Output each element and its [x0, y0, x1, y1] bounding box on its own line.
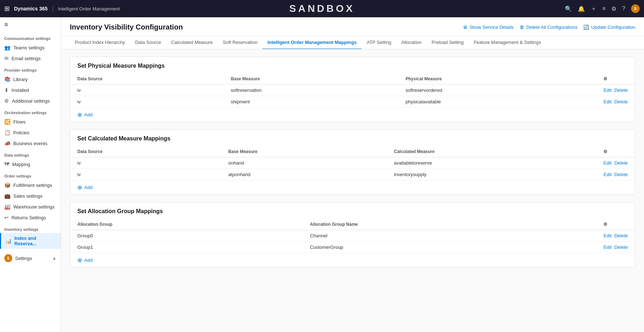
delete-row-button[interactable]: Delete [614, 88, 628, 93]
brand-name: Dynamics 365 [14, 6, 47, 12]
sidebar-label-mapping: Mapping [12, 162, 30, 167]
grid-icon[interactable]: ⊞ [4, 5, 10, 13]
sidebar-item-additional[interactable]: ⚙ Additional settings [0, 95, 61, 106]
show-service-details-button[interactable]: 🖥 Show Service Details [463, 24, 514, 30]
settings-icon[interactable]: ⚙ [611, 5, 616, 12]
tab-product-index[interactable]: Product Index Hierarchy [70, 36, 130, 49]
delete-row-button[interactable]: Delete [614, 233, 628, 238]
sidebar-item-fulfillment[interactable]: 📦 Fulfillment settings [0, 180, 61, 190]
update-icon: 🔄 [583, 24, 589, 30]
fulfillment-icon: 📦 [4, 182, 10, 188]
notification-icon[interactable]: 🔔 [578, 5, 585, 12]
footer-chevron-icon: ▲ [52, 256, 56, 261]
delete-row-button[interactable]: Delete [614, 160, 628, 166]
sidebar-item-index-reserve[interactable]: 📊 Index and Reserva... [0, 233, 61, 249]
cell-physicalmeasure: physicalavailable [398, 96, 596, 108]
table-row: iv shipment physicalavailable Edit Delet… [70, 96, 635, 108]
tabs-bar: Product Index Hierarchy Data Source Calc… [61, 36, 644, 49]
calculated-measure-title: Set Calculated Measure Mappings [70, 130, 635, 146]
sidebar-item-sales[interactable]: 💼 Sales settings [0, 190, 61, 201]
tab-allocation[interactable]: Allocation [396, 36, 426, 49]
edit-row-button[interactable]: Edit [603, 172, 611, 177]
hamburger-icon[interactable]: ≡ [0, 17, 61, 32]
table-row: iv onhand availabletoreserve Edit Delete [70, 157, 635, 169]
edit-row-button[interactable]: Edit [603, 244, 611, 250]
update-configuration-button[interactable]: 🔄 Update Configuration [583, 24, 635, 30]
delete-icon: 🗑 [520, 24, 524, 30]
tab-feature-management[interactable]: Feature Management & Settings [469, 36, 546, 49]
physical-measure-section: Set Physical Measure Mappings Data Sourc… [70, 57, 635, 122]
col-gear-2[interactable]: ⚙ [596, 146, 635, 157]
col-allocation-group-name: Allocation Group Name [303, 219, 596, 230]
tab-preload-setting[interactable]: Preload Setting [427, 36, 469, 49]
cell-groupname: CustomerGroup [303, 242, 596, 253]
search-icon[interactable]: 🔍 [565, 5, 572, 12]
sidebar: ≡ Communication settings 👥 Teams setting… [0, 17, 61, 332]
filter-icon[interactable]: ≡ [602, 5, 606, 12]
sidebar-label-email: Email settings [12, 56, 41, 61]
calculated-measure-table: Data Source Base Measure Calculated Meas… [70, 146, 635, 180]
delete-row-button[interactable]: Delete [614, 244, 628, 250]
delete-row-button[interactable]: Delete [614, 172, 628, 177]
cell-calcmeasure: inventorysupply [387, 169, 596, 180]
footer-avatar: S [4, 254, 12, 262]
sidebar-item-returns[interactable]: ↩ Returns Settings [0, 212, 61, 223]
sidebar-item-warehouse[interactable]: 🏭 Warehouse settings [0, 201, 61, 212]
sidebar-footer-settings[interactable]: S Settings ▲ [0, 252, 61, 265]
add-icon[interactable]: ＋ [591, 5, 597, 13]
sidebar-label-additional: Additional settings [12, 98, 50, 104]
sidebar-item-teams[interactable]: 👥 Teams settings [0, 42, 61, 53]
col-physical-measure: Physical Measure [398, 73, 596, 85]
table-row: iv softreservation softreservordered Edi… [70, 85, 635, 96]
delete-row-button[interactable]: Delete [614, 99, 628, 104]
sandbox-label: SANDBOX [289, 3, 355, 14]
sidebar-section-data: Data settings [0, 149, 61, 159]
tab-data-source[interactable]: Data Source [130, 36, 166, 49]
main-content: Inventory Visibility Configuration 🖥 Sho… [61, 17, 644, 332]
allocation-group-table: Allocation Group Allocation Group Name ⚙… [70, 219, 635, 253]
table-row: Group0 Channel Edit Delete [70, 230, 635, 242]
page-title: Inventory Visibility Configuration [70, 23, 183, 31]
sidebar-section-communication: Communication settings [0, 32, 61, 42]
col-gear-3[interactable]: ⚙ [596, 219, 635, 230]
add-allocation-group-button[interactable]: ⊕ Add [70, 253, 635, 267]
add-circle-icon: ⊕ [77, 184, 82, 191]
top-navigation: ⊞ Dynamics 365 | Intelligent Order Manag… [0, 0, 644, 17]
help-icon[interactable]: ? [622, 5, 625, 12]
cell-group: Group1 [70, 242, 303, 253]
cell-basemeasure: atponhand [221, 169, 387, 180]
tab-calculated-measure[interactable]: Calculated Measure [166, 36, 218, 49]
sidebar-item-flows[interactable]: 🔀 Flows [0, 116, 61, 127]
col-calculated-measure: Calculated Measure [387, 146, 596, 157]
topnav-actions: 🔍 🔔 ＋ ≡ ⚙ ? S [565, 4, 640, 13]
index-icon: 📊 [5, 238, 12, 244]
sidebar-item-policies[interactable]: 📋 Policies [0, 127, 61, 138]
cell-datasource: iv [70, 96, 224, 108]
sidebar-section-order: Order settings [0, 170, 61, 180]
sidebar-item-email[interactable]: ✉ Email settings [0, 53, 61, 64]
add-physical-measure-button[interactable]: ⊕ Add [70, 107, 635, 122]
sidebar-item-mapping[interactable]: 🗺 Mapping [0, 159, 61, 170]
cell-basemeasure: shipment [224, 96, 399, 108]
tab-atp-setting[interactable]: ATP Setting [362, 36, 396, 49]
sidebar-label-index: Index and Reserva... [14, 235, 56, 246]
edit-row-button[interactable]: Edit [603, 160, 611, 166]
table-row: Group1 CustomerGroup Edit Delete [70, 242, 635, 253]
sidebar-label-business-events: Business events [13, 141, 47, 146]
table-row: iv atponhand inventorysupply Edit Delete [70, 169, 635, 180]
delete-configurations-button[interactable]: 🗑 Delete All Configurations [520, 24, 577, 30]
col-gear-1[interactable]: ⚙ [596, 73, 635, 85]
user-avatar[interactable]: S [631, 4, 640, 13]
add-circle-icon: ⊕ [77, 257, 82, 264]
edit-row-button[interactable]: Edit [603, 99, 611, 104]
tab-iom-mappings[interactable]: Intelligent Order Management Mappings [262, 36, 362, 49]
add-calculated-measure-button[interactable]: ⊕ Add [70, 180, 635, 194]
brand-logo[interactable]: Dynamics 365 [14, 6, 47, 12]
col-allocation-group: Allocation Group [70, 219, 303, 230]
sidebar-item-library[interactable]: 📚 Library [0, 74, 61, 85]
sidebar-item-installed[interactable]: ⬇ Installed [0, 85, 61, 95]
edit-row-button[interactable]: Edit [603, 233, 611, 238]
edit-row-button[interactable]: Edit [603, 88, 611, 93]
tab-soft-reservation[interactable]: Soft Reservation [218, 36, 262, 49]
sidebar-item-business-events[interactable]: 📣 Business events [0, 138, 61, 149]
